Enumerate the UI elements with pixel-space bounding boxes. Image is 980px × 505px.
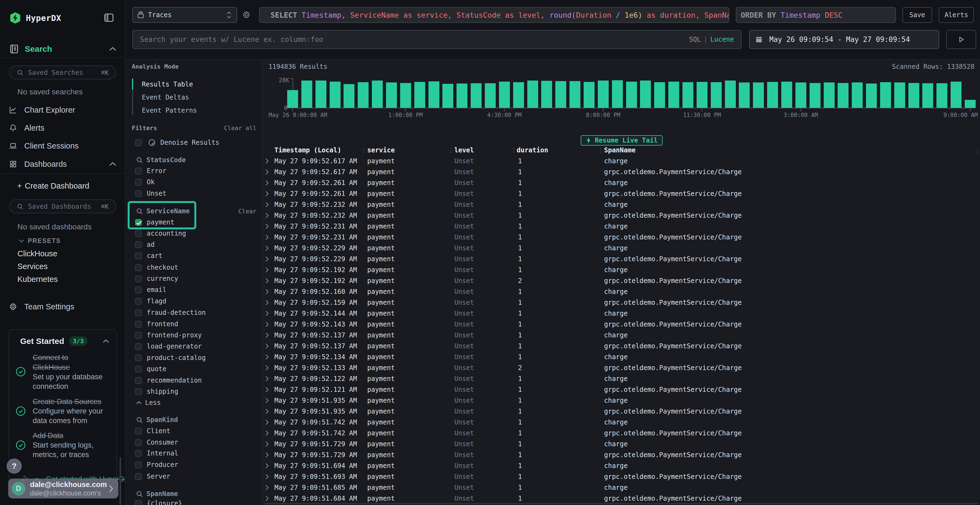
denoise-checkbox[interactable] bbox=[135, 139, 142, 146]
row-expand-icon[interactable] bbox=[265, 191, 269, 197]
table-row[interactable]: May 27 9:09:52.232 AMpaymentUnset1grpc.o… bbox=[262, 210, 980, 221]
saved-searches-input[interactable]: Saved Searches ⌘K bbox=[9, 65, 116, 79]
checkbox-unchecked[interactable] bbox=[135, 190, 142, 197]
row-expand-icon[interactable] bbox=[265, 289, 269, 295]
checkbox-unchecked[interactable] bbox=[135, 388, 142, 395]
order-by-editor[interactable]: ORDER BY Timestamp DESC bbox=[736, 7, 896, 23]
filter-option-cart[interactable]: cart bbox=[135, 252, 162, 260]
column-grip-icon[interactable]: ⋮ bbox=[361, 147, 367, 154]
horizontal-scrollbar[interactable] bbox=[264, 503, 978, 504]
column-header-level[interactable]: level bbox=[454, 146, 474, 154]
checkbox-unchecked[interactable] bbox=[135, 450, 142, 457]
filter-option-unset[interactable]: Unset bbox=[135, 190, 166, 197]
table-row[interactable]: May 27 9:09:51.693 AMpaymentUnset1grpc.o… bbox=[262, 471, 980, 482]
filter-option-error[interactable]: Error bbox=[135, 167, 166, 175]
checkbox-unchecked[interactable] bbox=[135, 286, 142, 293]
analysis-mode-event-patterns[interactable]: Event Patterns bbox=[142, 106, 197, 114]
table-row[interactable]: May 27 9:09:52.229 AMpaymentUnset1charge bbox=[262, 243, 980, 254]
table-row[interactable]: May 27 9:09:51.935 AMpaymentUnset1grpc.o… bbox=[262, 406, 980, 417]
row-expand-icon[interactable] bbox=[265, 430, 269, 436]
table-row[interactable]: May 27 9:09:52.231 AMpaymentUnset1charge bbox=[262, 221, 980, 232]
column-header-spanname[interactable]: SpanName bbox=[604, 146, 636, 154]
table-row[interactable]: May 27 9:09:52.261 AMpaymentUnset1charge bbox=[262, 178, 980, 188]
source-select[interactable]: Traces bbox=[132, 7, 237, 23]
analysis-mode-results-table[interactable]: Results Table bbox=[142, 81, 193, 88]
filter-option-payment[interactable]: payment bbox=[135, 219, 174, 226]
date-range-input[interactable]: May 26 09:09:54 - May 27 09:09:54 bbox=[749, 30, 939, 49]
clear-all-button[interactable]: Clear all bbox=[224, 125, 256, 132]
preset-item-kubernetes[interactable]: Kubernetes bbox=[18, 275, 58, 284]
column-grip-icon[interactable]: ⋮ bbox=[511, 147, 517, 154]
row-expand-icon[interactable] bbox=[265, 321, 269, 327]
table-row[interactable]: May 27 9:09:52.232 AMpaymentUnset1charge bbox=[262, 199, 980, 210]
analysis-mode-event-deltas[interactable]: Event Deltas bbox=[142, 94, 189, 101]
filter-option-server[interactable]: Server bbox=[135, 473, 170, 480]
filter-option--closure-[interactable]: {closure} bbox=[135, 500, 182, 505]
checkbox-unchecked[interactable] bbox=[135, 366, 142, 373]
checkbox-unchecked[interactable] bbox=[135, 168, 142, 175]
table-row[interactable]: May 27 9:09:51.729 AMpaymentUnset1charge bbox=[262, 438, 980, 449]
table-row[interactable]: May 27 9:09:52.617 AMpaymentUnset1grpc.o… bbox=[262, 167, 980, 178]
checkbox-unchecked[interactable] bbox=[135, 343, 142, 350]
filter-option-flagd[interactable]: flagd bbox=[135, 297, 166, 305]
table-row[interactable]: May 27 9:09:52.134 AMpaymentUnset1charge bbox=[262, 351, 980, 362]
row-expand-icon[interactable] bbox=[265, 158, 269, 164]
user-profile-bar[interactable]: D dale@clickhouse.com dale@clickhouse.co… bbox=[8, 479, 118, 499]
lang-toggle-lucene[interactable]: Lucene bbox=[710, 36, 734, 43]
column-grip-icon[interactable]: ⋮ bbox=[448, 147, 454, 154]
sql-query-editor[interactable]: SELECT Timestamp, ServiceName as service… bbox=[259, 7, 729, 23]
checkbox-unchecked[interactable] bbox=[135, 462, 142, 468]
checkbox-unchecked[interactable] bbox=[135, 298, 142, 305]
chevron-up-icon[interactable] bbox=[109, 162, 117, 167]
checkbox-checked[interactable] bbox=[135, 219, 142, 226]
row-expand-icon[interactable] bbox=[265, 484, 269, 491]
table-row[interactable]: May 27 9:09:52.144 AMpaymentUnset1charge bbox=[262, 308, 980, 319]
column-header-duration[interactable]: duration bbox=[517, 146, 548, 154]
column-grip-icon[interactable]: ⋮ bbox=[598, 147, 603, 154]
row-expand-icon[interactable] bbox=[265, 267, 269, 273]
alerts-button[interactable]: Alerts bbox=[939, 7, 974, 23]
table-row[interactable]: May 27 9:09:52.137 AMpaymentUnset1grpc.o… bbox=[262, 341, 980, 351]
sidebar-item-alerts[interactable]: Alerts bbox=[9, 121, 117, 134]
row-expand-icon[interactable] bbox=[265, 495, 269, 502]
presets-toggle[interactable]: PRESETS bbox=[19, 237, 61, 245]
filter-option-consumer[interactable]: Consumer bbox=[135, 438, 178, 446]
table-row[interactable]: May 27 9:09:51.684 AMpaymentUnset1grpc.o… bbox=[262, 493, 980, 504]
row-expand-icon[interactable] bbox=[265, 300, 269, 306]
checkbox-unchecked[interactable] bbox=[135, 500, 142, 505]
row-expand-icon[interactable] bbox=[265, 365, 269, 371]
run-query-button[interactable] bbox=[946, 30, 976, 49]
sidebar-item-team-settings[interactable]: Team Settings bbox=[9, 300, 117, 313]
filter-option-producer[interactable]: Producer bbox=[135, 461, 178, 468]
chevron-up-icon[interactable] bbox=[102, 339, 110, 343]
checkbox-unchecked[interactable] bbox=[135, 264, 142, 271]
denoise-results-checkbox-row[interactable]: Denoise Results bbox=[135, 139, 220, 146]
filter-option-recommendation[interactable]: recommendation bbox=[135, 376, 202, 384]
filter-option-email[interactable]: email bbox=[135, 286, 166, 294]
save-button[interactable]: Save bbox=[902, 7, 932, 23]
sidebar-item-chart-explorer[interactable]: Chart Explorer bbox=[9, 103, 117, 116]
table-row[interactable]: May 27 9:09:51.694 AMpaymentUnset1charge bbox=[262, 461, 980, 471]
filter-option-quote[interactable]: quote bbox=[135, 365, 166, 373]
help-button[interactable]: ? bbox=[6, 459, 22, 474]
column-header-service[interactable]: service bbox=[367, 146, 395, 154]
row-expand-icon[interactable] bbox=[265, 202, 269, 208]
row-expand-icon[interactable] bbox=[265, 397, 269, 403]
event-search-input[interactable]: Search your events w/ Lucene ex. column:… bbox=[132, 30, 741, 49]
sidebar-section-search[interactable]: Search bbox=[9, 43, 117, 55]
filter-option-accounting[interactable]: accounting bbox=[135, 230, 186, 237]
checkbox-unchecked[interactable] bbox=[135, 275, 142, 282]
create-dashboard-button[interactable]: + Create Dashboard bbox=[17, 180, 117, 192]
show-less-button[interactable]: Less bbox=[136, 399, 161, 407]
table-row[interactable]: May 27 9:09:52.122 AMpaymentUnset1charge bbox=[262, 373, 980, 384]
filter-option-fraud-detection[interactable]: fraud-detection bbox=[135, 309, 206, 316]
clear-servicename-button[interactable]: Clear bbox=[239, 208, 256, 215]
checkbox-unchecked[interactable] bbox=[135, 321, 142, 327]
table-row[interactable]: May 27 9:09:52.231 AMpaymentUnset1grpc.o… bbox=[262, 232, 980, 243]
filter-option-ad[interactable]: ad bbox=[135, 241, 154, 248]
lang-toggle-sql[interactable]: SQL bbox=[689, 36, 701, 43]
row-expand-icon[interactable] bbox=[265, 169, 269, 175]
checkbox-unchecked[interactable] bbox=[135, 354, 142, 361]
row-expand-icon[interactable] bbox=[265, 332, 269, 338]
filter-option-client[interactable]: Client bbox=[135, 427, 170, 435]
